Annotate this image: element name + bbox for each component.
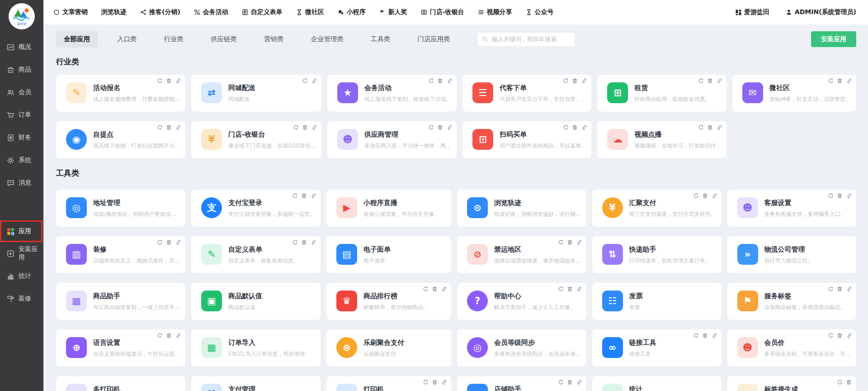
category-tab[interactable]: 门店应用类 <box>410 31 458 48</box>
uninstall-icon[interactable] <box>837 193 843 199</box>
refresh-icon[interactable] <box>558 379 564 385</box>
refresh-icon[interactable] <box>428 78 434 84</box>
refresh-icon[interactable] <box>828 333 834 339</box>
link-icon[interactable] <box>716 78 722 84</box>
category-tab[interactable]: 行业类 <box>156 31 192 48</box>
uninstall-icon[interactable] <box>166 78 172 84</box>
app-card-同城配送[interactable]: ⇄ 同城配送 同城配送 <box>191 75 321 112</box>
uninstall-icon[interactable] <box>837 78 843 84</box>
link-icon[interactable] <box>310 239 316 245</box>
category-tab[interactable]: 企业管理类 <box>303 31 352 48</box>
topnav-item[interactable]: 小程序 <box>338 8 366 16</box>
sidebar-item-商品[interactable]: 商品 <box>0 58 43 81</box>
app-card-门店-收银台[interactable]: ¥ 门店-收银台 整合线下门店资源，实现O2O异业... <box>191 121 321 158</box>
link-icon[interactable] <box>846 333 852 339</box>
app-card-会员等级同步[interactable]: ◎ 会员等级同步 多角色身份等级同步，会员成长体... <box>457 329 586 367</box>
sidebar-item-应用[interactable]: 应用 <box>0 220 42 242</box>
app-card-活动报名[interactable]: ✎ 活动报名 线上报名缴纳费用，付费金额营销... <box>56 75 185 112</box>
refresh-icon[interactable] <box>558 239 564 245</box>
refresh-icon[interactable] <box>563 124 569 130</box>
app-card-标签接生成[interactable]: ▧ 标签接生成 <box>727 376 856 391</box>
refresh-icon[interactable] <box>698 78 704 84</box>
sidebar-item-财务[interactable]: 财务 <box>0 126 43 149</box>
refresh-icon[interactable] <box>157 239 163 245</box>
category-tab[interactable]: 供应链类 <box>203 31 245 48</box>
uninstall-icon[interactable] <box>846 379 852 385</box>
app-card-小程序直播[interactable]: ▶ 小程序直播 链接公域流量，平台自主开播。 <box>326 190 451 227</box>
app-card-商品排行榜[interactable]: ♛ 商品排行榜 销量榜单，展示热销商品。 <box>326 283 451 320</box>
topnav-item[interactable]: 新人奖 <box>379 8 407 16</box>
uninstall-icon[interactable] <box>302 124 308 130</box>
category-tab[interactable]: 全部应用 <box>56 31 98 48</box>
uninstall-icon[interactable] <box>432 379 438 385</box>
refresh-icon[interactable] <box>293 124 299 130</box>
app-card-乐刷聚合支付[interactable]: ⊛ 乐刷聚合支付 乐刷聚合支付 <box>326 329 451 367</box>
app-card-语言设置[interactable]: ⊕ 语言设置 自定义系统前端显示，个性化运营。 <box>56 329 185 367</box>
uninstall-icon[interactable] <box>437 124 443 130</box>
app-card-会员价[interactable]: ☻ 会员价 多等级会员制，可查看会员价，引... <box>727 329 856 367</box>
uninstall-icon[interactable] <box>437 78 443 84</box>
uninstall-icon[interactable] <box>567 239 573 245</box>
topnav-item[interactable]: 浏览轨迹 <box>101 8 127 16</box>
refresh-icon[interactable] <box>157 333 163 339</box>
category-tab[interactable]: 营销类 <box>256 31 292 48</box>
link-icon[interactable] <box>576 286 582 292</box>
app-card-帮助中心[interactable]: ? 帮助中心 解决方案指引，减少人工工作量。 <box>457 283 586 320</box>
app-card-支付宝登录[interactable]: 支 支付宝登录 支付宝端登录切换，多端统一运营。 <box>191 190 321 227</box>
app-card-视频点播[interactable]: ☁ 视频点播 视频课程，在线学习，打造知识付... <box>597 121 726 158</box>
link-icon[interactable] <box>576 379 582 385</box>
uninstall-icon[interactable] <box>707 78 713 84</box>
link-icon[interactable] <box>175 78 181 84</box>
app-card-多打印机[interactable]: ⊞ 多打印机 <box>56 376 185 391</box>
link-icon[interactable] <box>576 239 582 245</box>
sidebar-item-安装应用[interactable]: 安装应用 <box>0 242 43 265</box>
refresh-icon[interactable] <box>423 286 429 292</box>
app-card-会务活动[interactable]: ★ 会务活动 线上报名线下签到，链接线下活动。 <box>327 75 457 112</box>
topnav-item[interactable]: 推客(分销) <box>140 8 180 16</box>
topnav-item[interactable]: 会务活动 <box>194 8 228 16</box>
app-card-店铺助手[interactable]: ⌂ 店铺助手 <box>457 376 586 391</box>
link-icon[interactable] <box>446 78 452 84</box>
app-card-服务标签[interactable]: ⚑ 服务标签 添加商品标签，多维度商品标记。 <box>727 283 856 320</box>
link-icon[interactable] <box>311 124 317 130</box>
sidebar-item-概况[interactable]: 概况 <box>0 36 43 58</box>
uninstall-icon[interactable] <box>166 124 172 130</box>
refresh-icon[interactable] <box>292 193 298 199</box>
sidebar-item-统计[interactable]: 统计 <box>0 265 43 287</box>
app-card-汇聚支付[interactable]: ¥ 汇聚支付 第三方支付渠道，支付方式多样性。 <box>592 190 722 227</box>
refresh-icon[interactable] <box>558 286 564 292</box>
link-icon[interactable] <box>441 379 447 385</box>
app-card-商品助手[interactable]: ▦ 商品助手 淘宝商品链接复制，一键上传至平... <box>56 283 185 320</box>
app-card-扫码买单[interactable]: ⊡ 扫码买单 用户通过插件选择商品，可以直接... <box>462 121 591 158</box>
app-card-物流公司管理[interactable]: » 物流公司管理 自行导入物流公司。 <box>727 236 856 273</box>
link-icon[interactable] <box>716 124 722 130</box>
topnav-item[interactable]: 视频分享 <box>478 8 512 16</box>
category-tab[interactable]: 工具类 <box>363 31 398 48</box>
link-icon[interactable] <box>446 124 452 130</box>
sidebar-item-会员[interactable]: 会员 <box>0 81 43 104</box>
topnav-item[interactable]: 门店-收银台 <box>421 8 464 16</box>
uninstall-icon[interactable] <box>432 286 438 292</box>
topnav-item[interactable]: 自定义表单 <box>242 8 283 16</box>
refresh-icon[interactable] <box>693 333 699 339</box>
app-card-自定义表单[interactable]: ✎ 自定义表单 自定义表单，收集各类信息。 <box>191 236 321 273</box>
link-icon[interactable] <box>846 193 852 199</box>
refresh-icon[interactable] <box>698 124 704 130</box>
uninstall-icon[interactable] <box>301 193 307 199</box>
uninstall-icon[interactable] <box>166 333 172 339</box>
uninstall-icon[interactable] <box>567 379 573 385</box>
app-card-商品默认值[interactable]: ▣ 商品默认值 商品默认值 <box>191 283 321 320</box>
refresh-icon[interactable] <box>828 286 834 292</box>
app-card-链接工具[interactable]: ∞ 链接工具 链接工具 <box>592 329 722 367</box>
search-input[interactable] <box>491 35 571 43</box>
link-icon[interactable] <box>581 124 587 130</box>
link-icon[interactable] <box>581 78 587 84</box>
link-icon[interactable] <box>846 286 852 292</box>
refresh-icon[interactable] <box>157 124 163 130</box>
link-icon[interactable] <box>310 193 316 199</box>
refresh-icon[interactable] <box>292 239 298 245</box>
user-menu[interactable]: ADMIN(系统管理员) <box>786 8 856 16</box>
refresh-icon[interactable] <box>828 193 834 199</box>
link-icon[interactable] <box>175 239 181 245</box>
app-card-支付管理[interactable]: ¥ 支付管理 <box>191 376 321 391</box>
